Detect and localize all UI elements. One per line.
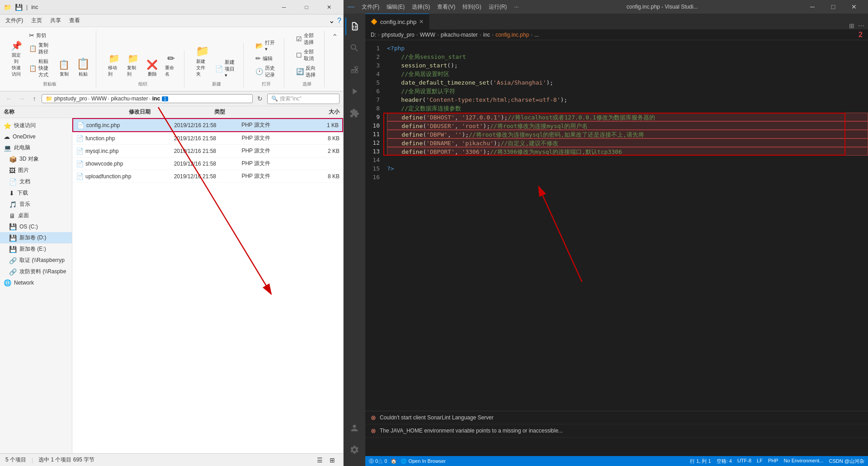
new-item-btn[interactable]: 📄 新建项目 ▾ <box>212 58 240 79</box>
vscode-maximize[interactable]: □ <box>823 0 844 14</box>
sidebar-item-quickaccess[interactable]: ⭐ 快速访问 <box>0 120 72 131</box>
file-list: 📄 config.inc.php 2019/12/16 21:58 PHP 源文… <box>72 118 343 453</box>
search-box[interactable]: 🔍 搜索"inc" <box>267 94 340 104</box>
vscode-menu-view[interactable]: 查看(V) <box>434 0 459 14</box>
vscode-menu-run[interactable]: 运行(R) <box>485 0 511 14</box>
vscode-body: 🔶 config.inc.php ✕ ⊞ ⋯ D: › phpstudy_pro… <box>344 14 868 466</box>
col-header-size[interactable]: 大小 <box>297 107 343 117</box>
vscode-menu-edit[interactable]: 编辑(E) <box>383 0 408 14</box>
ribbon-collapse[interactable]: ⌄ <box>329 16 335 25</box>
pin-quickaccess-btn[interactable]: 📌 固定到快速访问 <box>7 38 25 79</box>
bc-pikachu[interactable]: pikachu-master <box>441 32 478 38</box>
move-icon: 📁 <box>108 53 120 64</box>
move-to-btn[interactable]: 📁 移动到 <box>105 51 123 79</box>
code-line-7: header('Content-type:text/html;charset=u… <box>387 95 868 104</box>
invert-selection-btn[interactable]: 🔄 反向选择 <box>293 64 321 79</box>
sidebar-item-documents[interactable]: 📄 文档 <box>0 176 72 187</box>
sidebar-item-d[interactable]: 💾 新加卷 (D:) <box>0 232 72 243</box>
deselect-all-btn[interactable]: ☐ 全部取消 <box>293 48 321 63</box>
more-actions-btn[interactable]: ⋯ <box>858 22 864 29</box>
bc-file[interactable]: config.inc.php <box>495 32 529 38</box>
select-all-btn[interactable]: ☑ 全部选择 <box>293 31 321 47</box>
sidebar-item-cert[interactable]: 🔗 取证 (\\Raspberryp <box>0 255 72 266</box>
sidebar-item-attack[interactable]: 🔗 攻防资料 (\\Raspbe <box>0 266 72 277</box>
bc-more[interactable]: ... <box>534 32 539 38</box>
pictures-icon: 🖼 <box>9 167 15 174</box>
vscode-menu-select[interactable]: 选择(S) <box>408 0 434 14</box>
settings-btn[interactable] <box>345 441 363 459</box>
vscode-minimize[interactable]: ─ <box>802 0 823 14</box>
status-lang: PHP <box>768 458 778 465</box>
table-row[interactable]: 📄 mysql.inc.php 2019/12/16 21:58 PHP 源文件… <box>72 145 343 157</box>
cut-btn[interactable]: ✂ 剪切 <box>26 31 54 40</box>
bc-inc[interactable]: inc <box>483 32 490 38</box>
sidebar-item-onedrive[interactable]: ☁ OneDrive <box>0 131 72 142</box>
sidebar-item-downloads[interactable]: ⬇ 下载 <box>0 187 72 199</box>
copy-btn[interactable]: 📋 复制 <box>55 57 73 79</box>
copy-path-btn[interactable]: 📋 复制路径 <box>26 41 54 56</box>
paste-btn[interactable]: 📋 粘贴 <box>74 56 92 79</box>
bc-d[interactable]: D: <box>371 32 376 38</box>
open-btn[interactable]: 📂 打开 ▾ <box>253 38 280 53</box>
table-row[interactable]: 📄 uploadfunction.php 2019/12/16 21:58 PH… <box>72 170 343 183</box>
vscode-menu-goto[interactable]: 转到(G) <box>459 0 485 14</box>
ribbon-pin-btn[interactable]: ⌃ <box>330 31 340 43</box>
menu-file[interactable]: 文件(F) <box>2 16 27 25</box>
sidebar-item-c[interactable]: 💾 OS (C:) <box>0 221 72 232</box>
explorer-btn[interactable] <box>345 17 363 35</box>
refresh-btn[interactable]: ↻ <box>255 93 265 104</box>
bc-phpstudy[interactable]: phpstudy_pro <box>382 32 415 38</box>
vscode-menu: 文件(F) 编辑(E) 选择(S) 查看(V) 转到(G) 运行(R) ··· <box>358 0 522 14</box>
extensions-btn[interactable] <box>345 104 363 122</box>
new-folder-btn[interactable]: 📁 新建文件夹 <box>193 43 212 79</box>
paste-shortcut-btn[interactable]: 📋 粘贴快捷方式 <box>26 57 54 79</box>
sidebar-item-music[interactable]: 🎵 音乐 <box>0 199 72 210</box>
vscode-status-bar: ⓪ 0△ 0 🏠 🌐 Open In Browser 行 1, 列 1 空格: … <box>365 456 868 466</box>
forward-btn[interactable]: → <box>16 93 27 104</box>
drive-e-icon: 💾 <box>9 246 17 253</box>
split-editor-btn[interactable]: ⊞ <box>849 22 854 29</box>
search-activity-btn[interactable] <box>345 39 363 57</box>
code-line-5: date_default_timezone_set('Asia/Shanghai… <box>387 78 868 87</box>
rename-btn[interactable]: ✏ 重命名 <box>162 51 180 79</box>
sidebar-item-e[interactable]: 💾 新加卷 (E:) <box>0 243 72 255</box>
vscode-menu-more[interactable]: ··· <box>510 0 522 14</box>
copy-to-btn[interactable]: 📁 复制到 <box>124 51 142 79</box>
back-btn[interactable]: ← <box>4 93 14 104</box>
sidebar-item-3d[interactable]: 📦 3D 对象 <box>0 153 72 165</box>
vscode-menu-file[interactable]: 文件(F) <box>358 0 383 14</box>
tab-close-btn[interactable]: ✕ <box>419 19 424 25</box>
view-grid-btn[interactable]: ⊞ <box>327 455 338 466</box>
col-header-name[interactable]: 名称 <box>0 107 125 117</box>
main-area: ⭐ 快速访问 ☁ OneDrive 💻 此电脑 📦 3D 对象 🖼 图 <box>0 118 343 453</box>
tab-config[interactable]: 🔶 config.inc.php ✕ <box>365 14 429 29</box>
up-btn[interactable]: ↑ <box>29 93 40 104</box>
table-row[interactable]: 📄 function.php 2019/12/16 21:58 PHP 源文件 … <box>72 132 343 145</box>
vscode-close[interactable]: ✕ <box>844 0 864 14</box>
sidebar-item-network[interactable]: 🌐 Network <box>0 277 72 288</box>
col-header-type[interactable]: 类型 <box>211 107 297 117</box>
minimize-btn[interactable]: ─ <box>274 0 294 14</box>
account-btn[interactable] <box>345 419 363 437</box>
menu-share[interactable]: 共享 <box>47 16 65 25</box>
delete-btn[interactable]: ❌ 删除 <box>143 57 161 79</box>
table-row[interactable]: 📄 showvcode.php 2019/12/16 21:58 PHP 源文件 <box>72 157 343 170</box>
col-header-date[interactable]: 修改日期 <box>125 107 211 117</box>
view-details-btn[interactable]: ☰ <box>314 455 325 466</box>
sidebar-item-pictures[interactable]: 🖼 图片 <box>0 165 72 176</box>
sidebar-item-desktop[interactable]: 🖥 桌面 <box>0 210 72 221</box>
sidebar-item-thispc[interactable]: 💻 此电脑 <box>0 142 72 153</box>
menu-home[interactable]: 主页 <box>28 16 46 25</box>
code-editor[interactable]: 12345 678 9 10 11 12 13 141516 <?php //全… <box>365 40 868 411</box>
history-btn[interactable]: 🕐 历史记录 <box>253 64 280 79</box>
menu-view[interactable]: 查看 <box>66 16 84 25</box>
help-icon[interactable]: ? <box>337 17 341 25</box>
table-row[interactable]: 📄 config.inc.php 2019/12/16 21:58 PHP 源文… <box>72 118 343 132</box>
debug-btn[interactable] <box>345 82 363 100</box>
edit-btn[interactable]: ✏ 编辑 <box>253 54 275 63</box>
address-path[interactable]: 📁 phpstudy_pro › WWW › pikachu-master › … <box>42 94 253 103</box>
maximize-btn[interactable]: □ <box>296 0 317 14</box>
git-btn[interactable] <box>345 61 363 79</box>
bc-www[interactable]: WWW <box>420 32 435 38</box>
close-btn[interactable]: ✕ <box>319 0 340 14</box>
